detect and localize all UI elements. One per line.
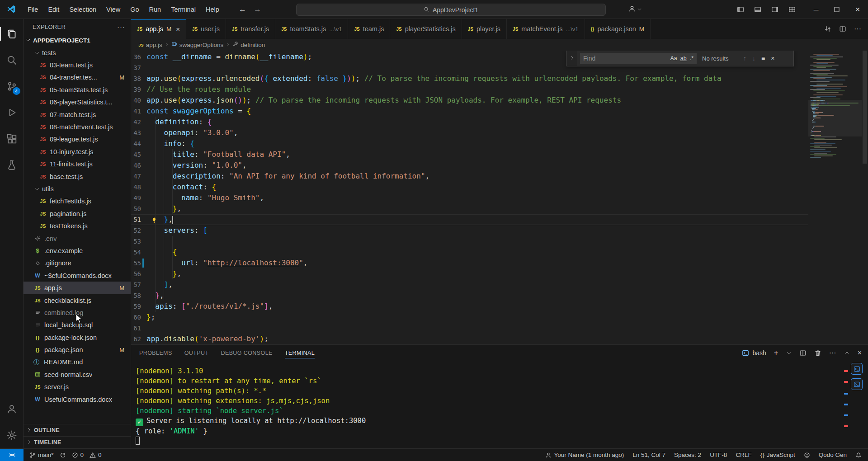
explorer-more-actions[interactable]: ··· bbox=[117, 23, 125, 31]
editor-more-actions[interactable]: ··· bbox=[854, 25, 861, 33]
terminal-dropdown-icon[interactable] bbox=[786, 350, 792, 356]
code-line-43[interactable]: 43 openapi: "3.0.0", bbox=[131, 127, 808, 138]
find-next-button[interactable]: ↓ bbox=[752, 55, 755, 62]
match-case-button[interactable]: Aa bbox=[670, 55, 677, 61]
menu-edit[interactable]: Edit bbox=[43, 4, 64, 15]
file-pagination.js[interactable]: JSpagination.js bbox=[24, 207, 131, 220]
split-terminal-icon[interactable] bbox=[799, 349, 807, 357]
nav-back-icon[interactable]: ← bbox=[239, 5, 246, 14]
activity-settings-gear-icon[interactable] bbox=[0, 422, 24, 448]
breadcrumb[interactable]: JS app.js swaggerOptions definition bbox=[131, 39, 868, 51]
file-checkblacklist.js[interactable]: JScheckblacklist.js bbox=[24, 294, 131, 306]
code-line-53[interactable]: 53 bbox=[131, 236, 808, 247]
scrollbar-thumb[interactable] bbox=[863, 51, 867, 164]
file-03-team.test.js[interactable]: JS03-team.test.js bbox=[24, 59, 131, 71]
close-button[interactable]: × bbox=[847, 0, 868, 19]
status-indentation[interactable]: Spaces: 2 bbox=[674, 452, 701, 458]
code-line-50[interactable]: 50 }, bbox=[131, 203, 808, 214]
panel-tab-output[interactable]: OUTPUT bbox=[184, 345, 209, 361]
file-combined.log[interactable]: combined.log bbox=[24, 306, 131, 319]
code-line-48[interactable]: 48 contact: { bbox=[131, 182, 808, 193]
file-app.js[interactable]: JSapp.jsM bbox=[24, 282, 131, 294]
file-fetchTestIds.js[interactable]: JSfetchTestIds.js bbox=[24, 195, 131, 207]
file-.env[interactable]: .env bbox=[24, 232, 131, 245]
activity-extensions-icon[interactable] bbox=[0, 126, 24, 152]
code-line-56[interactable]: 56 }, bbox=[131, 268, 808, 279]
whole-word-button[interactable]: ab bbox=[680, 55, 687, 61]
minimap[interactable] bbox=[808, 51, 862, 344]
tab-player.js[interactable]: JSplayer.js bbox=[462, 19, 507, 39]
code-line-40[interactable]: 40app.use(express.json()); // To parse t… bbox=[131, 95, 808, 106]
file-08-matchEvent.test.js[interactable]: JS08-matchEvent.test.js bbox=[24, 121, 131, 133]
activity-run-debug-icon[interactable] bbox=[0, 99, 24, 126]
code-line-52[interactable]: 52 servers: [ bbox=[131, 225, 808, 236]
find-in-selection-button[interactable]: ≡ bbox=[761, 55, 765, 62]
file-05-teamStats.test.js[interactable]: JS05-teamStats.test.js bbox=[24, 84, 131, 96]
activity-testing-flask-icon[interactable] bbox=[0, 152, 24, 178]
find-previous-button[interactable]: ↑ bbox=[743, 55, 746, 62]
qodo-action-button[interactable] bbox=[851, 363, 863, 375]
breadcrumb-symbol[interactable]: swaggerOptions bbox=[179, 42, 224, 48]
breadcrumb-file[interactable]: app.js bbox=[146, 42, 162, 48]
kill-terminal-icon[interactable] bbox=[814, 349, 821, 357]
file-11-limits.test.js[interactable]: JS11-limits.test.js bbox=[24, 158, 131, 170]
panel-tab-terminal[interactable]: TERMINAL bbox=[285, 345, 315, 361]
tab-package.json[interactable]: {}package.jsonM bbox=[585, 19, 651, 39]
file-09-league.test.js[interactable]: JS09-league.test.js bbox=[24, 133, 131, 146]
code-line-57[interactable]: 57 ], bbox=[131, 279, 808, 290]
minimize-button[interactable]: ─ bbox=[806, 0, 826, 19]
toggle-replace-button[interactable] bbox=[567, 51, 577, 66]
file-~$efulCommands.docx[interactable]: W~$efulCommands.docx bbox=[24, 269, 131, 282]
timeline-section[interactable]: TIMELINE bbox=[24, 436, 131, 448]
code-line-62[interactable]: 62app.disable('x-powered-by'); bbox=[131, 334, 808, 344]
toggle-primary-sidebar-icon[interactable] bbox=[737, 6, 744, 13]
terminal[interactable]: [nodemon] 3.1.10[nodemon] to restart at … bbox=[131, 361, 868, 448]
status-git-branch[interactable]: main* bbox=[29, 452, 54, 458]
code-line-55[interactable]: 55 url: "http://localhost:3000", bbox=[131, 258, 808, 268]
code-line-44[interactable]: 44 info: { bbox=[131, 138, 808, 149]
panel-tab-problems[interactable]: PROBLEMS bbox=[139, 345, 172, 361]
code-line-49[interactable]: 49 name: "Hugo Smith", bbox=[131, 193, 808, 203]
tab-team.js[interactable]: JSteam.js bbox=[348, 19, 390, 39]
file-server.js[interactable]: JSserver.js bbox=[24, 381, 131, 393]
menu-run[interactable]: Run bbox=[144, 4, 166, 15]
activity-accounts-icon[interactable] bbox=[0, 396, 24, 422]
activity-source-control-icon[interactable]: 4 bbox=[0, 73, 24, 99]
file-.gitignore[interactable]: .gitignore bbox=[24, 257, 131, 269]
status-qodo-gen[interactable]: Qodo Gen bbox=[819, 452, 847, 458]
close-panel-button[interactable]: × bbox=[858, 349, 862, 357]
profile-button[interactable] bbox=[628, 5, 642, 14]
maximize-button[interactable] bbox=[826, 0, 847, 19]
regex-button[interactable]: .* bbox=[690, 55, 693, 61]
terminal-instance-bash[interactable]: bash bbox=[742, 349, 766, 357]
menu-view[interactable]: View bbox=[101, 4, 125, 15]
file-seed-normal.csv[interactable]: seed-normal.csv bbox=[24, 368, 131, 381]
minimap-slider[interactable] bbox=[808, 100, 862, 136]
new-terminal-button[interactable]: + bbox=[774, 348, 778, 358]
activity-search-icon[interactable] bbox=[0, 47, 24, 73]
code-line-61[interactable]: 61 bbox=[131, 323, 808, 334]
nav-forward-icon[interactable]: → bbox=[254, 5, 261, 14]
code-line-39[interactable]: 39// Use the routes module bbox=[131, 84, 808, 95]
file-base.test.js[interactable]: JSbase.test.js bbox=[24, 170, 131, 183]
menu-go[interactable]: Go bbox=[125, 4, 144, 15]
editor-area[interactable]: 36const __dirname = dirname(__filename);… bbox=[131, 51, 868, 344]
menu-file[interactable]: File bbox=[23, 4, 43, 15]
tab-app.js[interactable]: JSapp.jsM× bbox=[131, 19, 186, 39]
find-input[interactable]: Find Aa ab .* bbox=[580, 53, 697, 64]
file-local_backup.sql[interactable]: local_backup.sql bbox=[24, 319, 131, 331]
panel-more-actions[interactable]: ··· bbox=[829, 349, 836, 357]
qodo-action-button[interactable] bbox=[851, 378, 863, 390]
code-line-51[interactable]: 51 }, bbox=[131, 214, 808, 225]
breadcrumb-member[interactable]: definition bbox=[241, 42, 265, 48]
file-04-transfer.tes...[interactable]: JS04-transfer.tes...M bbox=[24, 71, 131, 84]
status-cursor-position[interactable]: Ln 51, Col 7 bbox=[632, 452, 665, 458]
customize-layout-icon[interactable] bbox=[788, 6, 796, 13]
status-git-sync[interactable] bbox=[60, 452, 66, 458]
file-UsefulCommands.docx[interactable]: WUsefulCommands.docx bbox=[24, 393, 131, 405]
menu-selection[interactable]: Selection bbox=[64, 4, 101, 15]
activity-explorer-icon[interactable] bbox=[0, 21, 24, 47]
code-line-38[interactable]: 38app.use(express.urlencoded({ extended:… bbox=[131, 73, 808, 84]
tab-playerStatistics.js[interactable]: JSplayerStatistics.js bbox=[390, 19, 462, 39]
file-10-injury.test.js[interactable]: JS10-injury.test.js bbox=[24, 146, 131, 158]
